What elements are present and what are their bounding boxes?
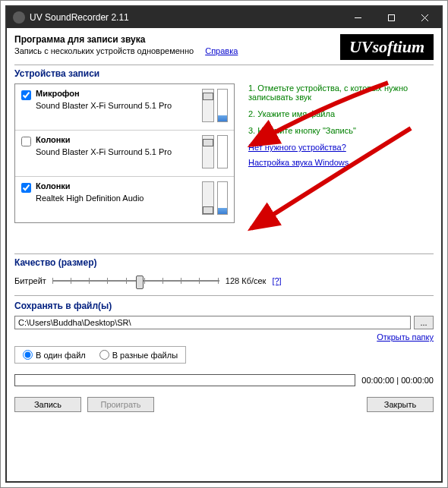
device-checkbox[interactable] [21,137,31,146]
device-checkbox[interactable] [21,90,31,100]
radio-one-file[interactable]: В один файл [23,350,86,360]
browse-button[interactable]: ... [414,316,434,329]
level-meter [217,135,228,168]
bitrate-label: Битрейт [14,276,46,285]
device-item: Колонки Sound Blaster X-Fi Surround 5.1 … [15,131,234,177]
device-desc: Realtek High Definition Audio [36,194,199,203]
brand-logo: UVsoftium [340,34,434,60]
windows-sound-link[interactable]: Настройка звука Windows [248,158,434,167]
time-display: 00:00:00 | 00:00:00 [361,376,434,385]
device-checkbox[interactable] [21,183,31,193]
instruction-step: 3. Нажмите кнопку "Запись" [248,126,434,135]
save-section-title: Сохранять в файл(ы) [14,301,434,311]
volume-slider[interactable] [202,181,214,215]
device-name: Колонки [36,135,199,144]
window-title: UV SoundRecorder 2.11 [30,12,341,23]
quality-section-title: Качество (размер) [14,257,434,268]
device-item: Колонки Realtek High Definition Audio [15,177,234,222]
instruction-step: 2. Укажите имя файла [248,109,434,118]
device-desc: Sound Blaster X-Fi Surround 5.1 Pro [36,101,199,110]
program-subtitle: Запись с нескольких устройств одновремен… [14,46,194,55]
level-meter [217,181,228,215]
help-link[interactable]: Справка [205,46,238,55]
level-meter [217,89,228,122]
device-desc: Sound Blaster X-Fi Surround 5.1 Pro [36,147,199,156]
instruction-step: 1. Отметьте устройства, с которых нужно … [248,83,434,102]
bitrate-slider[interactable] [52,272,219,289]
no-device-link[interactable]: Нет нужного устройства? [248,143,434,152]
bitrate-value: 128 Кб/сек [226,276,267,285]
instructions-panel: 1. Отметьте устройства, с которых нужно … [235,83,434,223]
program-title: Программа для записи звука [14,34,340,45]
titlebar: UV SoundRecorder 2.11 [7,7,441,28]
close-app-button[interactable]: Закрыть [367,397,434,412]
record-button[interactable]: Запись [14,397,81,412]
volume-slider[interactable] [202,89,214,122]
maximize-button[interactable] [374,7,408,28]
open-folder-link[interactable]: Открыть папку [377,332,434,342]
device-item: Микрофон Sound Blaster X-Fi Surround 5.1… [15,84,234,131]
device-name: Микрофон [36,89,199,98]
save-mode-group: В один файл В разные файлы [14,346,186,364]
device-name: Колонки [36,181,199,190]
devices-section-title: Устройства записи [14,68,434,79]
close-button[interactable] [408,7,441,28]
device-list: Микрофон Sound Blaster X-Fi Surround 5.1… [14,83,235,223]
svg-rect-1 [388,14,394,20]
progress-bar [14,374,355,386]
save-path-input[interactable] [14,316,411,329]
volume-slider[interactable] [202,135,214,168]
app-icon [13,11,25,24]
bitrate-help-link[interactable]: [?] [272,276,281,285]
radio-many-files[interactable]: В разные файлы [99,350,178,360]
minimize-button[interactable] [341,7,374,28]
play-button[interactable]: Проиграть [87,397,154,412]
